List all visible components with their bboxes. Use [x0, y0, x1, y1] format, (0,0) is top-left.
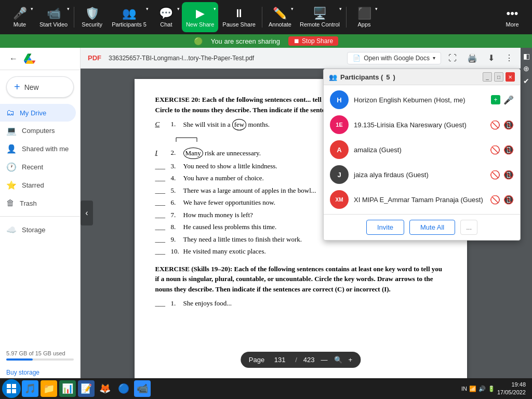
apps-button[interactable]: ⬛ Apps ▾: [349, 2, 380, 32]
computers-label: Computers: [22, 127, 55, 135]
recent-label: Recent: [22, 163, 43, 171]
cam-off-icon[interactable]: 📵: [503, 145, 514, 155]
new-share-label: New Share: [186, 21, 214, 28]
new-label: New: [24, 83, 39, 91]
panel-controls: _ □ ✕: [483, 72, 515, 82]
sidebar-item-storage[interactable]: ☁️ Storage: [0, 221, 76, 239]
participants-caret[interactable]: ▾: [146, 6, 149, 11]
zoom-in-icon[interactable]: +: [349, 356, 353, 364]
more-options-panel-button[interactable]: ...: [460, 220, 477, 235]
apps-caret[interactable]: ▾: [375, 6, 378, 11]
mute-button[interactable]: 🎤 Mute ▾: [4, 2, 35, 32]
mute-label: Mute: [14, 21, 26, 28]
storage-icon: ☁️: [6, 225, 17, 235]
shared-icon: 👤: [6, 144, 17, 154]
sidebar-item-shared[interactable]: 👤 Shared with me: [0, 140, 76, 158]
mute-icon[interactable]: 🚫: [490, 145, 500, 155]
sidebar-item-my-drive[interactable]: 🗂 My Drive: [0, 104, 76, 122]
mic-icon[interactable]: 🎤: [503, 95, 514, 105]
taskbar-excel-icon[interactable]: 📊: [59, 380, 76, 397]
sidebar-item-starred[interactable]: ⭐ Starred: [0, 176, 76, 194]
restore-button[interactable]: □: [494, 72, 503, 82]
start-button[interactable]: [2, 379, 21, 398]
add-icon[interactable]: +: [491, 95, 500, 104]
minimize-button[interactable]: _: [483, 72, 492, 82]
stop-share-button[interactable]: ⏹ Stop Share: [288, 36, 338, 46]
right-panel-icon-1[interactable]: ◧: [523, 52, 530, 60]
taskbar-firefox-icon[interactable]: 🦊: [97, 380, 113, 397]
taskbar-network-icon: 📶: [469, 385, 476, 392]
video-caret[interactable]: ▾: [67, 6, 70, 11]
zoom-out-icon[interactable]: —: [321, 356, 328, 364]
print-button[interactable]: 🖨️: [464, 51, 481, 65]
search-icon[interactable]: 🔍: [334, 356, 342, 364]
cam-off-icon[interactable]: 📵: [503, 195, 514, 205]
taskbar-media-icon[interactable]: 🎵: [22, 380, 38, 397]
new-share-button[interactable]: ▶ New Share ▾: [182, 2, 218, 32]
remote-control-button[interactable]: 🖥️ Remote Control ▾: [296, 2, 344, 32]
new-share-caret[interactable]: ▾: [214, 6, 216, 11]
participant-name: XI MIPA E_Ammar Tamam Pranaja (Guest): [354, 196, 485, 204]
nav-left-arrow[interactable]: ‹: [81, 201, 93, 225]
mute-caret[interactable]: ▾: [31, 6, 33, 11]
storage-divider: [0, 216, 80, 217]
annotate-button[interactable]: ✏️ Annotate ▾: [264, 2, 296, 32]
mute-icon[interactable]: 🚫: [490, 170, 500, 180]
invite-button[interactable]: Invite: [366, 220, 404, 235]
participant-list: H Horizon English Kebumen (Host, me) + 🎤…: [324, 85, 520, 214]
taskbar-zoom-icon[interactable]: 📹: [134, 380, 151, 397]
remote-control-caret[interactable]: ▾: [339, 6, 342, 11]
taskbar-word-icon[interactable]: 📝: [78, 380, 95, 397]
sidebar-item-trash[interactable]: 🗑 Trash: [0, 194, 76, 212]
pdf-icon-btn[interactable]: PDF: [85, 52, 104, 64]
cam-off-icon[interactable]: 📵: [503, 120, 514, 130]
download-button[interactable]: ⬇: [485, 51, 498, 65]
svg-rect-6: [12, 389, 16, 393]
security-icon: 🛡️: [85, 7, 99, 20]
divider-1: [74, 7, 74, 28]
divider-3: [346, 7, 347, 28]
sidebar-item-computers[interactable]: 💻 Computers: [0, 122, 76, 140]
doc-title: 336325657-TBI-Longman-l...tory-The-Paper…: [109, 55, 343, 62]
mute-icon[interactable]: 🚫: [490, 120, 500, 130]
panel-title: 👥 Participants (5): [329, 73, 395, 81]
apps-icon: ⬛: [357, 7, 371, 20]
pause-share-button[interactable]: ⏸ Pause Share: [218, 2, 260, 32]
open-with-google-docs-button[interactable]: 📄 Open with Google Docs ▾: [347, 52, 441, 64]
participant-actions: 🚫 📵: [490, 195, 514, 205]
mute-icon[interactable]: 🚫: [490, 195, 500, 205]
close-panel-button[interactable]: ✕: [506, 72, 515, 82]
sharing-message: You are screen sharing: [211, 37, 280, 45]
taskbar-folder-icon[interactable]: 📁: [41, 380, 57, 397]
back-button[interactable]: ←: [6, 52, 21, 65]
mute-all-button[interactable]: Mute All: [409, 220, 455, 235]
security-button[interactable]: 🛡️ Security: [76, 2, 108, 32]
page-number-input[interactable]: 131: [271, 356, 289, 364]
participants-label: Participants 5: [112, 21, 147, 28]
mute-icon: 🎤: [13, 7, 27, 20]
more-options-button[interactable]: ⋮: [502, 51, 516, 65]
participants-button[interactable]: 👥 Participants 5 ▾: [108, 2, 151, 32]
buy-storage-link[interactable]: Buy storage: [0, 367, 80, 378]
participants-count: 5: [143, 21, 147, 28]
right-panel-icon-3[interactable]: ✔: [523, 77, 529, 85]
fullscreen-button[interactable]: ⛶: [445, 51, 460, 65]
list-item: 1E 19.135-Lirisia Eka Nareswary (Guest) …: [324, 112, 520, 137]
remote-control-label: Remote Control: [300, 21, 340, 28]
cam-off-icon[interactable]: 📵: [503, 170, 514, 180]
right-panel-icon-2[interactable]: ⊕: [523, 64, 529, 73]
open-docs-caret[interactable]: ▾: [433, 55, 435, 61]
participant-actions: 🚫 📵: [490, 145, 514, 155]
right-panel: ◧ ⊕ ✔: [521, 48, 532, 378]
annotate-caret[interactable]: ▾: [291, 6, 294, 11]
start-video-button[interactable]: 📹 Start Video ▾: [35, 2, 72, 32]
chat-button[interactable]: 💬 Chat ▾: [151, 2, 182, 32]
chat-caret[interactable]: ▾: [177, 6, 180, 11]
taskbar-chrome-icon[interactable]: 🔵: [115, 380, 132, 397]
more-button[interactable]: ••• More: [497, 2, 528, 32]
gdrive-new-button[interactable]: + New: [6, 76, 74, 98]
plus-icon: +: [14, 81, 20, 93]
taskbar-clock: 19:48 17/05/2022: [497, 381, 526, 397]
sidebar-item-recent[interactable]: 🕐 Recent: [0, 158, 76, 176]
participant-name: 19.135-Lirisia Eka Nareswary (Guest): [354, 121, 485, 129]
